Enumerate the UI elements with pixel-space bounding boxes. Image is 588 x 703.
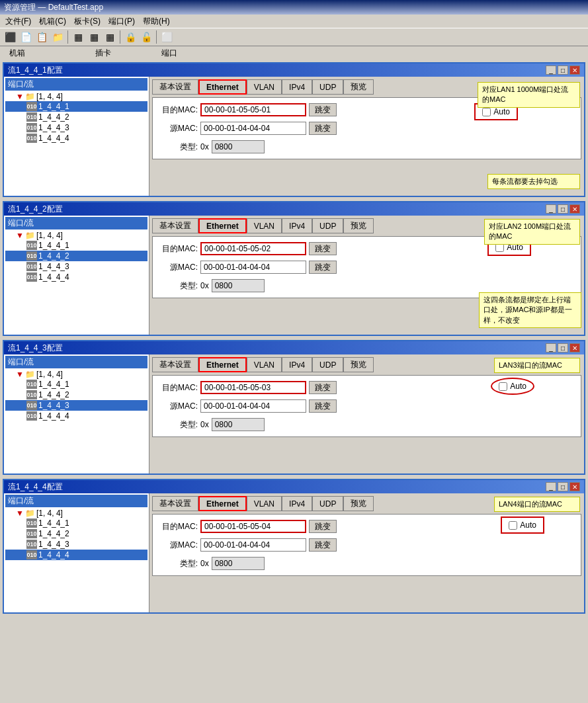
- panel4-tab-ethernet[interactable]: Ethernet: [198, 496, 247, 511]
- tb-btn-3[interactable]: 📋: [34, 30, 49, 44]
- panel2-dest-mac-input[interactable]: [200, 242, 306, 255]
- panel1-tab-vlan[interactable]: VLAN: [247, 79, 282, 95]
- panel3-tab-vlan[interactable]: VLAN: [247, 357, 282, 372]
- panel2-tab-udp[interactable]: UDP: [312, 218, 343, 233]
- panel2-src-mac-input[interactable]: [200, 261, 306, 274]
- panel2-tab-ethernet[interactable]: Ethernet: [198, 218, 247, 233]
- panel2-tree-icon-2: 010: [26, 262, 37, 271]
- panel3-dest-mac-jump[interactable]: 跳变: [309, 381, 337, 394]
- panel2-tab-ipv4[interactable]: IPv4: [282, 218, 312, 233]
- panel4-src-mac-input[interactable]: [200, 538, 306, 552]
- panel1-tree-item-3[interactable]: 010 1_4_4_4: [5, 133, 147, 144]
- panel2-close[interactable]: ✕: [569, 204, 580, 214]
- menu-chassis[interactable]: 机箱(C): [36, 15, 69, 28]
- tb-btn-9[interactable]: 🔓: [139, 30, 153, 44]
- menu-help[interactable]: 帮助(H): [140, 15, 173, 28]
- panel4-tab-basic[interactable]: 基本设置: [152, 496, 198, 511]
- panel4-tab-udp[interactable]: UDP: [312, 496, 343, 511]
- panel4-maximize[interactable]: □: [558, 482, 568, 491]
- panel1-tab-udp[interactable]: UDP: [312, 79, 343, 95]
- panel2-tab-vlan[interactable]: VLAN: [247, 218, 282, 233]
- panel3-tree-item-0[interactable]: 010 1_4_4_1: [5, 379, 147, 390]
- panel3-src-mac-jump[interactable]: 跳变: [309, 399, 337, 413]
- panel3-tab-udp[interactable]: UDP: [312, 357, 343, 372]
- panel3-title: 流1_4_4_3配置: [8, 343, 63, 354]
- panel4-type-input[interactable]: [212, 557, 265, 570]
- panel1-src-mac-input[interactable]: [200, 122, 306, 135]
- panel4-tree-item-1[interactable]: 010 1_4_4_2: [5, 528, 147, 539]
- panel2-dest-mac-jump[interactable]: 跳变: [309, 242, 337, 255]
- panel1-src-mac-jump[interactable]: 跳变: [309, 122, 337, 135]
- panel1-dest-mac-input[interactable]: [200, 103, 306, 116]
- panel4-tree-root[interactable]: ▼ 📁 [1, 4, 4]: [5, 509, 147, 518]
- tb-btn-1[interactable]: ⬛: [3, 30, 17, 44]
- column-headers: 机箱 插卡 端口: [0, 46, 588, 60]
- panel1-type-input[interactable]: [212, 140, 265, 153]
- app-title: 资源管理 — DefaultTest.app: [4, 2, 103, 13]
- panel1-tree-root[interactable]: ▼ 📁 [1, 4, 4]: [5, 92, 147, 101]
- panel3-auto-checkbox[interactable]: [499, 382, 507, 391]
- panel2-minimize[interactable]: _: [546, 204, 556, 214]
- panel1-auto-checkbox[interactable]: [482, 108, 491, 116]
- panel2-tab-preview[interactable]: 预览: [343, 218, 374, 233]
- panel1-tree-item-1[interactable]: 010 1_4_4_2: [5, 112, 147, 122]
- tb-btn-5[interactable]: ▦: [71, 30, 85, 44]
- tb-btn-8[interactable]: 🔒: [123, 30, 138, 44]
- panel1-tree-item-0[interactable]: 010 1_4_4_1: [5, 101, 147, 112]
- panel1-tab-ethernet[interactable]: Ethernet: [198, 79, 247, 95]
- panel3-maximize[interactable]: □: [558, 343, 568, 352]
- panel4-tree-item-3[interactable]: 010 1_4_4_4: [5, 550, 147, 560]
- panel3-dest-mac-input[interactable]: [200, 381, 306, 394]
- panel3-src-mac-input[interactable]: [200, 399, 306, 413]
- panel4-auto-checkbox[interactable]: [509, 521, 517, 530]
- panel3-tree-item-2[interactable]: 010 1_4_4_3: [5, 400, 147, 411]
- menu-port[interactable]: 端口(P): [106, 15, 138, 28]
- panel2-tree-root[interactable]: ▼ 📁 [1, 4, 4]: [5, 231, 147, 240]
- panel1-tab-ipv4[interactable]: IPv4: [282, 79, 312, 95]
- tb-btn-4[interactable]: 📁: [50, 30, 65, 44]
- panel2-tab-basic[interactable]: 基本设置: [152, 218, 198, 233]
- panel2-src-mac-jump[interactable]: 跳变: [309, 261, 337, 274]
- panel2-item-2: 1_4_4_3: [38, 262, 69, 271]
- panel1-close[interactable]: ✕: [569, 65, 580, 75]
- panel3-tree-item-1[interactable]: 010 1_4_4_2: [5, 390, 147, 400]
- panel2-type-input[interactable]: [212, 279, 265, 292]
- tb-btn-10[interactable]: ⬜: [159, 30, 174, 44]
- menu-card[interactable]: 板卡(S): [71, 15, 103, 28]
- tb-btn-2[interactable]: 📄: [19, 30, 33, 44]
- panel4-tab-ipv4[interactable]: IPv4: [282, 496, 312, 511]
- panel3-tab-preview[interactable]: 预览: [343, 357, 374, 372]
- panel3-tab-basic[interactable]: 基本设置: [152, 357, 198, 372]
- panel3-minimize[interactable]: _: [546, 343, 556, 352]
- panel3-tab-ethernet[interactable]: Ethernet: [198, 357, 247, 372]
- tb-btn-7[interactable]: ▦: [103, 30, 117, 44]
- panel2-tree-icon-0: 010: [26, 241, 37, 250]
- panel4-dest-mac-input[interactable]: [200, 520, 306, 533]
- panel1-dest-mac-jump[interactable]: 跳变: [309, 103, 337, 116]
- panel4-dest-mac-jump[interactable]: 跳变: [309, 520, 337, 533]
- panel3-tab-ipv4[interactable]: IPv4: [282, 357, 312, 372]
- panel1-minimize[interactable]: _: [546, 65, 556, 75]
- panel4-close[interactable]: ✕: [569, 482, 580, 491]
- panel3-type-input[interactable]: [212, 418, 265, 431]
- panel1-tree-item-2[interactable]: 010 1_4_4_3: [5, 122, 147, 133]
- panel2-tree-item-3[interactable]: 010 1_4_4_4: [5, 272, 147, 282]
- panel4-tab-preview[interactable]: 预览: [343, 496, 374, 511]
- panel4-src-mac-jump[interactable]: 跳变: [309, 538, 337, 552]
- panel4-tree-item-2[interactable]: 010 1_4_4_3: [5, 539, 147, 550]
- menu-file[interactable]: 文件(F): [3, 15, 34, 28]
- panel2-tree-item-1[interactable]: 010 1_4_4_2: [5, 251, 147, 261]
- panel2-tree-item-2[interactable]: 010 1_4_4_3: [5, 261, 147, 272]
- panel3-tree-root[interactable]: ▼ 📁 [1, 4, 4]: [5, 370, 147, 379]
- panel1-tab-preview[interactable]: 预览: [343, 79, 374, 95]
- panel2-maximize[interactable]: □: [558, 204, 568, 214]
- panel4-tree-item-0[interactable]: 010 1_4_4_1: [5, 518, 147, 528]
- panel4-minimize[interactable]: _: [546, 482, 556, 491]
- panel1-maximize[interactable]: □: [558, 65, 568, 75]
- panel3-close[interactable]: ✕: [569, 343, 580, 352]
- panel1-tab-basic[interactable]: 基本设置: [152, 79, 198, 95]
- panel2-tree-item-0[interactable]: 010 1_4_4_1: [5, 240, 147, 251]
- panel3-tree-item-3[interactable]: 010 1_4_4_4: [5, 411, 147, 421]
- tb-btn-6[interactable]: ▦: [87, 30, 101, 44]
- panel4-tab-vlan[interactable]: VLAN: [247, 496, 282, 511]
